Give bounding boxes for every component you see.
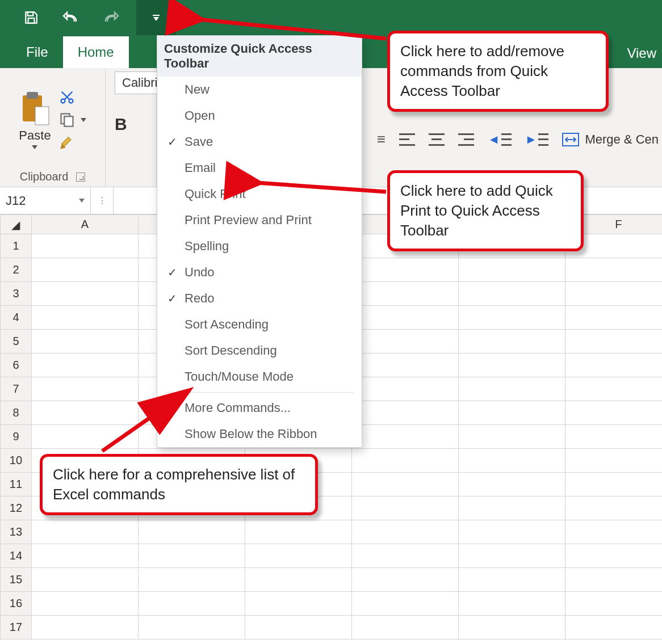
cell[interactable] — [31, 330, 138, 353]
qat-menu-item[interactable]: New — [157, 77, 362, 103]
cell[interactable] — [458, 401, 565, 425]
align-right-button[interactable] — [458, 133, 474, 146]
cut-button[interactable] — [59, 89, 86, 105]
cell[interactable] — [31, 353, 138, 377]
row-header[interactable]: 6 — [1, 353, 32, 377]
cell[interactable] — [31, 282, 138, 306]
col-header[interactable]: A — [31, 215, 138, 234]
cell[interactable] — [458, 330, 565, 353]
name-box[interactable]: J12 — [0, 187, 91, 214]
cell[interactable] — [138, 568, 245, 592]
cell[interactable] — [351, 568, 458, 592]
tab-file[interactable]: File — [11, 36, 63, 68]
cell[interactable] — [458, 258, 565, 282]
cell[interactable] — [565, 568, 662, 592]
cell[interactable] — [458, 592, 565, 616]
cell[interactable] — [138, 592, 245, 616]
cell[interactable] — [458, 306, 565, 330]
cell[interactable] — [458, 568, 565, 592]
format-painter-button[interactable] — [59, 134, 86, 150]
cell[interactable] — [565, 258, 662, 282]
tab-home[interactable]: Home — [63, 36, 129, 68]
cell[interactable] — [351, 473, 458, 496]
qat-menu-item[interactable]: ✓Undo — [157, 259, 362, 285]
cell[interactable] — [565, 616, 662, 639]
cell[interactable] — [351, 401, 458, 425]
cell[interactable] — [458, 616, 565, 639]
cell[interactable] — [351, 258, 458, 282]
cell[interactable] — [565, 544, 662, 568]
cell[interactable] — [351, 306, 458, 330]
qat-menu-item[interactable]: Open — [157, 103, 362, 129]
cell[interactable] — [565, 592, 662, 616]
cell[interactable] — [245, 568, 351, 592]
cell[interactable] — [245, 544, 351, 568]
cell[interactable] — [31, 258, 138, 282]
qat-menu-item[interactable]: ✓Redo — [157, 285, 362, 312]
bold-button[interactable]: B — [115, 115, 127, 134]
cell[interactable] — [351, 282, 458, 306]
cell[interactable] — [245, 520, 351, 544]
cell[interactable] — [565, 306, 662, 330]
clipboard-dialog-launcher[interactable] — [76, 172, 85, 182]
cell[interactable] — [565, 377, 662, 401]
cell[interactable] — [351, 330, 458, 353]
cell[interactable] — [31, 616, 138, 639]
cell[interactable] — [31, 592, 138, 616]
cell[interactable] — [458, 449, 565, 473]
qat-menu-item[interactable]: Print Preview and Print — [157, 207, 362, 233]
row-header[interactable]: 8 — [1, 401, 32, 425]
decrease-indent-button[interactable]: ◄ — [488, 132, 512, 147]
cell[interactable] — [565, 330, 662, 353]
cell[interactable] — [458, 473, 565, 496]
align-center-button[interactable] — [429, 133, 445, 146]
row-header[interactable]: 13 — [1, 520, 32, 544]
cell[interactable] — [458, 425, 565, 449]
merge-center-button[interactable]: Merge & Cen — [562, 132, 659, 147]
qat-save-button[interactable] — [11, 0, 51, 35]
cell[interactable] — [565, 401, 662, 425]
cell[interactable] — [31, 306, 138, 330]
cell[interactable] — [458, 282, 565, 306]
row-header[interactable]: 16 — [1, 592, 32, 616]
row-header[interactable]: 15 — [1, 568, 32, 592]
cell[interactable] — [138, 520, 245, 544]
paste-button[interactable]: Paste — [19, 91, 51, 149]
cell[interactable] — [565, 496, 662, 520]
formula-bar-buttons[interactable]: ⋮ — [91, 187, 114, 214]
qat-undo-button[interactable] — [51, 0, 91, 35]
cell[interactable] — [351, 377, 458, 401]
increase-indent-button[interactable]: ► — [525, 132, 549, 147]
row-header[interactable]: 14 — [1, 544, 32, 568]
row-header[interactable]: 12 — [1, 496, 32, 520]
cell[interactable] — [351, 520, 458, 544]
row-header[interactable]: 9 — [1, 425, 32, 449]
qat-menu-item[interactable]: Sort Ascending — [157, 312, 362, 338]
cell[interactable] — [565, 473, 662, 496]
cell[interactable] — [31, 234, 138, 258]
qat-menu-item[interactable]: Sort Descending — [157, 338, 362, 364]
row-header[interactable]: 3 — [1, 282, 32, 306]
align-top-button[interactable]: ≡ — [377, 131, 386, 148]
customize-qat-button[interactable] — [136, 0, 176, 35]
cell[interactable] — [565, 520, 662, 544]
cell[interactable] — [351, 544, 458, 568]
cell[interactable] — [245, 616, 351, 639]
cell[interactable] — [565, 449, 662, 473]
row-header[interactable]: 11 — [1, 473, 32, 496]
cell[interactable] — [351, 616, 458, 639]
tab-view[interactable]: View — [621, 35, 662, 71]
cell[interactable] — [458, 353, 565, 377]
align-left-button[interactable] — [399, 133, 415, 146]
select-all-corner[interactable]: ◢ — [1, 215, 32, 234]
cell[interactable] — [458, 377, 565, 401]
cell[interactable] — [351, 425, 458, 449]
row-header[interactable]: 4 — [1, 306, 32, 330]
row-header[interactable]: 2 — [1, 258, 32, 282]
row-header[interactable]: 10 — [1, 449, 32, 473]
row-header[interactable]: 1 — [1, 234, 32, 258]
qat-menu-item[interactable]: Spelling — [157, 233, 362, 259]
qat-menu-item[interactable]: ✓Save — [157, 129, 362, 155]
cell[interactable] — [458, 544, 565, 568]
row-header[interactable]: 5 — [1, 330, 32, 353]
